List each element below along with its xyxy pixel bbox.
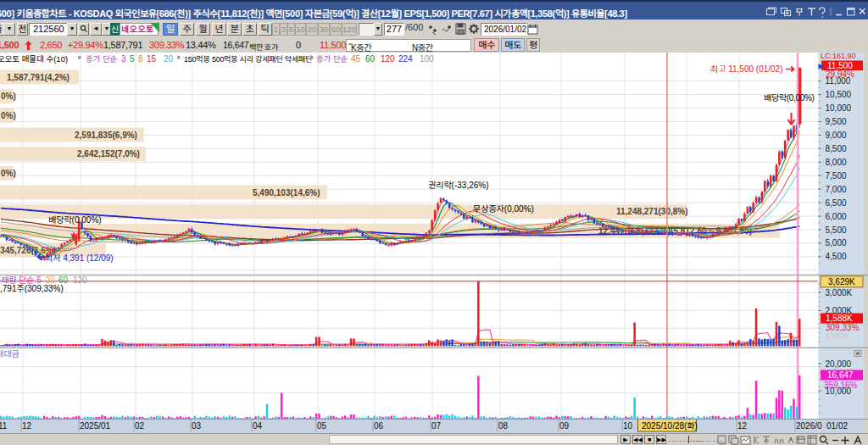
svg-text:06: 06 (374, 421, 384, 431)
svg-text:2025/01: 2025/01 (80, 421, 111, 431)
svg-text:150억봉 500억봉 시리 강세패턴 약세패턴: 150억봉 500억봉 시리 강세패턴 약세패턴 (184, 55, 312, 64)
svg-text:1,588K: 1,588K (826, 314, 853, 323)
svg-text:네오오토 매물대 수(10): 네오오토 매물대 수(10) (0, 54, 68, 64)
svg-text:20: 20 (164, 54, 174, 64)
svg-text:5,490,103(14,6%): 5,490,103(14,6%) (253, 188, 320, 197)
svg-text:5,500: 5,500 (826, 225, 847, 235)
svg-text:종가 단순: 종가 단순 (86, 54, 118, 64)
svg-text:3,629K: 3,629K (828, 277, 855, 286)
svg-text:120: 120 (381, 54, 395, 64)
svg-text:8: 8 (138, 54, 143, 64)
svg-text:종가 단순: 종가 단순 (316, 54, 348, 64)
svg-text:45: 45 (351, 54, 361, 64)
svg-text:8,500: 8,500 (826, 144, 847, 153)
svg-text:10,000: 10,000 (826, 103, 852, 113)
svg-text:5: 5 (130, 54, 135, 64)
svg-text:8,000: 8,000 (826, 158, 847, 167)
svg-text:08: 08 (498, 421, 509, 431)
svg-text:0%): 0%) (1, 111, 16, 120)
svg-text:9,500: 9,500 (826, 117, 847, 126)
svg-text:11,248,271(30,8%): 11,248,271(30,8%) (616, 207, 688, 216)
svg-text:2,642,152(7,0%): 2,642,152(7,0%) (77, 149, 140, 159)
svg-text:01/02: 01/02 (826, 421, 848, 431)
svg-text:16,647: 16,647 (827, 370, 854, 380)
svg-text:12: 12 (22, 421, 32, 431)
svg-text:10: 10 (623, 421, 633, 431)
svg-text:9,000: 9,000 (826, 131, 847, 140)
svg-text:224: 224 (398, 54, 413, 64)
svg-text:0%): 0%) (1, 169, 16, 178)
svg-text:거래대금: 거래대금 (0, 349, 19, 359)
svg-text:1,587,791(4,2%): 1,587,791(4,2%) (7, 73, 70, 82)
svg-text:10,500: 10,500 (826, 90, 852, 99)
svg-text:09: 09 (559, 421, 570, 431)
svg-text:100: 100 (420, 54, 434, 64)
svg-text:2,591,835(6,9%): 2,591,835(6,9%) (75, 131, 137, 140)
svg-text:05: 05 (317, 421, 327, 431)
svg-text:12: 12 (737, 421, 748, 431)
svg-text:무상증자(0,00%): 무상증자(0,00%) (473, 204, 534, 214)
svg-text:03: 03 (192, 421, 202, 431)
svg-text:배당락(0,00%): 배당락(0,00%) (48, 215, 102, 225)
svg-text:4,500: 4,500 (826, 252, 847, 261)
svg-text:7,500: 7,500 (826, 171, 847, 181)
svg-text:15: 15 (147, 54, 157, 64)
svg-text:5,000: 5,000 (826, 238, 847, 248)
svg-text:배당락(0,00%): 배당락(0,00%) (764, 93, 815, 103)
svg-text:LC:161,90: LC:161,90 (821, 52, 856, 60)
svg-text:11: 11 (0, 421, 8, 431)
svg-text:2026/0: 2026/0 (796, 421, 822, 431)
svg-text:0%): 0%) (1, 92, 16, 101)
svg-text:7,000: 7,000 (826, 185, 847, 194)
svg-text:10,000: 10,000 (826, 387, 852, 396)
svg-text:최고 11,500 (01/02): 최고 11,500 (01/02) (710, 64, 783, 74)
svg-text:권리락(-33,26%): 권리락(-33,26%) (428, 181, 489, 190)
svg-text:04: 04 (253, 421, 263, 431)
svg-text:120: 120 (73, 275, 87, 285)
svg-text:07: 07 (431, 421, 442, 431)
svg-text:6,000: 6,000 (826, 212, 847, 221)
svg-text:6,500: 6,500 (826, 198, 847, 208)
svg-text:1,587,791주(309,33%): 1,587,791주(309,33%) (0, 284, 64, 293)
svg-text:11,000: 11,000 (826, 76, 851, 86)
svg-text:60: 60 (365, 54, 376, 64)
svg-text:2025/10/28(화): 2025/10/28(화) (642, 421, 698, 431)
svg-text:1,583K: 1,583K (826, 331, 850, 340)
svg-text:02: 02 (135, 421, 145, 431)
svg-text:최저 4,391 (12/09): 최저 4,391 (12/09) (45, 253, 114, 263)
svg-text:3: 3 (121, 54, 126, 64)
svg-text:3,000K: 3,000K (826, 288, 853, 298)
svg-text:20,000: 20,000 (826, 359, 852, 369)
